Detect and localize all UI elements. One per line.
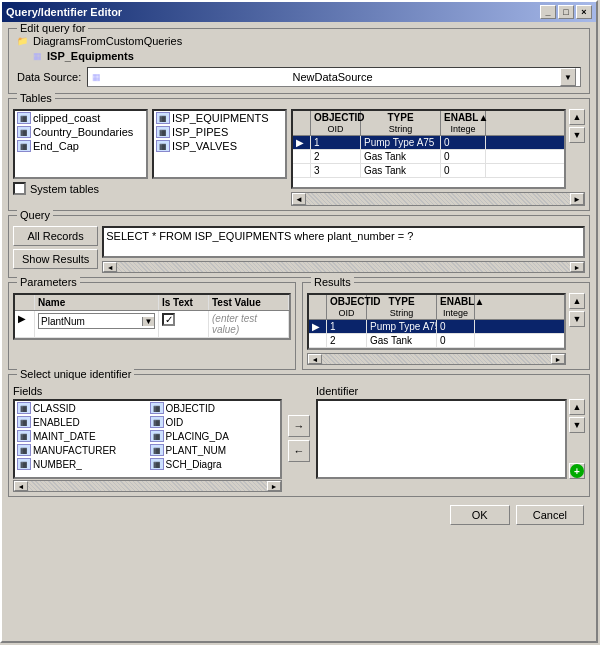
results-cell-enabled: 0 [437, 334, 475, 347]
field-icon: ▦ [150, 458, 164, 470]
fields-row: ▦ CLASSID ▦ OBJECTID ▦ ENABLED [15, 401, 280, 471]
list-item[interactable]: ▦ Country_Boundaries [15, 125, 146, 139]
ok-button[interactable]: OK [450, 505, 510, 525]
grid-cell-id: 1 [311, 136, 361, 149]
identifier-list[interactable] [316, 399, 567, 479]
params-header-testvalue: Test Value [209, 295, 289, 310]
field-item[interactable]: ▦ MAINT_DATE [15, 429, 148, 443]
field-item[interactable]: ▦ SCH_Diagra [148, 457, 281, 471]
scroll-left-button[interactable]: ◄ [292, 193, 306, 205]
param-name-combo[interactable]: PlantNum ▼ [38, 313, 155, 329]
edit-query-section: Edit query for 📁 DiagramsFromCustomQueri… [8, 28, 590, 94]
left-table-list[interactable]: ▦ clipped_coast ▦ Country_Boundaries ▦ E… [13, 109, 148, 179]
remove-from-identifier-button[interactable]: ← [288, 440, 310, 462]
results-cell-type: Gas Tank [367, 334, 437, 347]
field-item[interactable]: ▦ OBJECTID [148, 401, 281, 415]
list-item[interactable]: ▦ ISP_PIPES [154, 125, 285, 139]
grid-cell-enabled: 0 [441, 150, 486, 163]
scroll-right-btn[interactable]: ► [570, 262, 584, 272]
results-scroll-down[interactable]: ▼ [569, 311, 585, 327]
list-item[interactable]: ▦ ISP_EQUIPMENTS [154, 111, 285, 125]
titlebar: Query/Identifier Editor _ □ × [2, 2, 596, 22]
list-item[interactable]: ▦ clipped_coast [15, 111, 146, 125]
scroll-down-button[interactable]: ▼ [569, 127, 585, 143]
system-tables-label: System tables [30, 183, 99, 195]
params-row-name[interactable]: PlantNum ▼ [35, 311, 159, 337]
scroll-right-button[interactable]: ► [570, 193, 584, 205]
field-icon: ▦ [150, 430, 164, 442]
scroll-track [322, 354, 551, 364]
params-header-istext: Is Text [159, 295, 209, 310]
data-source-combo[interactable]: ▦ NewDataSource ▼ [87, 67, 581, 87]
results-grid-row: ▶ 1 Pump Type A75 0 [309, 320, 564, 334]
table-icon: ▦ [156, 126, 170, 138]
results-header-arrow [309, 295, 327, 319]
identifier-add-button[interactable]: + [569, 463, 585, 479]
identifier-scroll-buttons: ▲ ▼ + [569, 399, 585, 479]
close-button[interactable]: × [576, 5, 592, 19]
fields-scroll-right[interactable]: ► [267, 481, 281, 491]
system-tables-checkbox[interactable] [13, 182, 26, 195]
results-scroll-left[interactable]: ◄ [308, 354, 322, 364]
results-cell-id: 1 [327, 320, 367, 333]
scroll-track [306, 193, 570, 205]
scroll-up-button[interactable]: ▲ [569, 109, 585, 125]
fields-list[interactable]: ▦ CLASSID ▦ OBJECTID ▦ ENABLED [13, 399, 282, 479]
results-header-objectid: OBJECTIDOID [327, 295, 367, 319]
grid-row-arrow [293, 150, 311, 163]
identifier-box: Identifier ▲ ▼ + [316, 385, 585, 492]
field-icon: ▦ [150, 416, 164, 428]
window-title: Query/Identifier Editor [6, 6, 122, 18]
params-results-section: Parameters Name Is Text Test Value ▶ Pla… [8, 282, 590, 370]
expand-icon: 📁 [17, 36, 28, 46]
results-scroll-up[interactable]: ▲ [569, 293, 585, 309]
scroll-track [117, 262, 570, 272]
fields-scroll-left[interactable]: ◄ [14, 481, 28, 491]
identifier-scroll-down[interactable]: ▼ [569, 417, 585, 433]
tables-results-grid: OBJECTIDOID TYPEString ENABL▲Intege ▶ 1 … [291, 109, 566, 189]
all-records-button[interactable]: All Records [13, 226, 98, 246]
params-header-name: Name [35, 295, 159, 310]
list-item[interactable]: ▦ End_Cap [15, 139, 146, 153]
grid-cell-enabled: 0 [441, 136, 486, 149]
identifier-scroll-up[interactable]: ▲ [569, 399, 585, 415]
grid-cell-enabled: 0 [441, 164, 486, 177]
results-scrollbar-h[interactable]: ◄ ► [307, 353, 566, 365]
plus-icon: + [570, 464, 584, 478]
combo-arrow-icon[interactable]: ▼ [560, 68, 576, 86]
field-item[interactable]: ▦ CLASSID [15, 401, 148, 415]
scroll-left-btn[interactable]: ◄ [103, 262, 117, 272]
data-source-value: NewDataSource [293, 71, 373, 83]
show-results-button[interactable]: Show Results [13, 249, 98, 269]
fields-label: Fields [13, 385, 282, 397]
field-item[interactable]: ▦ MANUFACTURER [15, 443, 148, 457]
child-tree-item: ▦ ISP_Equipments [17, 50, 581, 62]
add-to-identifier-button[interactable]: → [288, 415, 310, 437]
maximize-button[interactable]: □ [558, 5, 574, 19]
results-scroll-right[interactable]: ► [551, 354, 565, 364]
field-item[interactable]: ▦ ENABLED [15, 415, 148, 429]
results-cell-enabled: 0 [437, 320, 475, 333]
params-row-testvalue[interactable]: (enter test value) [209, 311, 289, 337]
cancel-button[interactable]: Cancel [516, 505, 584, 525]
tables-scrollbar-h[interactable]: ◄ ► [291, 192, 585, 206]
list-item[interactable]: ▦ ISP_VALVES [154, 139, 285, 153]
field-icon: ▦ [17, 402, 31, 414]
params-row-istext[interactable]: ✓ [159, 311, 209, 337]
results-grid-row: 2 Gas Tank 0 [309, 334, 564, 348]
grid-header-type: TYPEString [361, 111, 441, 135]
table-icon: ▦ [17, 112, 31, 124]
query-scrollbar-h[interactable]: ◄ ► [102, 261, 585, 273]
field-item[interactable]: ▦ NUMBER_ [15, 457, 148, 471]
results-label: Results [311, 276, 354, 288]
istext-checkbox[interactable]: ✓ [162, 313, 175, 326]
param-combo-arrow[interactable]: ▼ [142, 317, 154, 326]
right-table-list[interactable]: ▦ ISP_EQUIPMENTS ▦ ISP_PIPES ▦ ISP_VALVE… [152, 109, 287, 179]
field-item[interactable]: ▦ PLACING_DA [148, 429, 281, 443]
parameters-label: Parameters [17, 276, 80, 288]
fields-scrollbar-h[interactable]: ◄ ► [13, 480, 282, 492]
minimize-button[interactable]: _ [540, 5, 556, 19]
query-textarea[interactable]: SELECT * FROM ISP_EQUIPMENTS where plant… [102, 226, 585, 258]
field-item[interactable]: ▦ OID [148, 415, 281, 429]
field-item[interactable]: ▦ PLANT_NUM [148, 443, 281, 457]
